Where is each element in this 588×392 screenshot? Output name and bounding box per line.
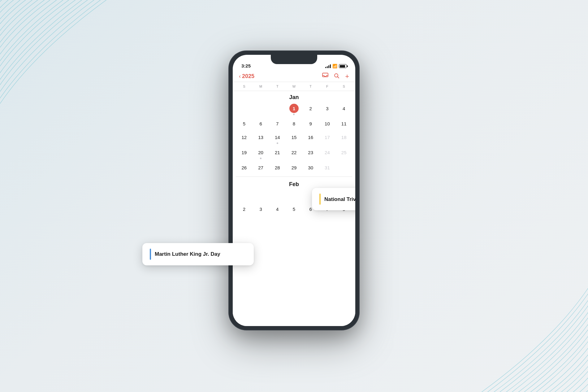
cal-day-14[interactable]: 14 <box>269 131 286 146</box>
nav-year: 2025 <box>242 73 254 80</box>
cal-day-6[interactable]: 6 <box>253 118 269 131</box>
decorative-lines-bottom-right <box>458 262 588 392</box>
cal-day-20[interactable]: 20 <box>253 146 269 162</box>
day-header-thu: T <box>302 83 319 89</box>
phone-screen: 3:25 📶 <box>233 55 355 326</box>
day-header-mon: M <box>253 83 269 89</box>
cal-day-13[interactable]: 13 <box>253 131 269 146</box>
feb-day-4[interactable]: 4 <box>269 203 286 217</box>
popup-mlk-accent <box>150 249 151 260</box>
cal-day-23[interactable]: 23 <box>302 146 319 162</box>
cal-day-16[interactable]: 16 <box>302 131 319 146</box>
add-icon[interactable]: + <box>345 73 349 80</box>
popup-mlk-text: Martin Luther King Jr. Day <box>155 251 220 257</box>
wifi-icon: 📶 <box>332 64 337 68</box>
cal-week-5: 26 27 28 29 30 31 <box>233 162 355 175</box>
cal-day-15[interactable]: 15 <box>286 131 302 146</box>
feb-day-3[interactable]: 3 <box>253 203 269 217</box>
nav-actions: + <box>322 73 349 80</box>
day-headers: S M T W T F S <box>233 82 355 91</box>
cal-cell-empty <box>236 102 253 118</box>
cal-day-17[interactable]: 17 <box>319 131 336 146</box>
cal-cell-empty <box>269 102 286 118</box>
cal-day-4[interactable]: 4 <box>335 102 352 118</box>
cal-day-29[interactable]: 29 <box>286 162 302 175</box>
back-chevron-icon: ‹ <box>239 73 241 80</box>
cal-day-9[interactable]: 9 <box>302 118 319 131</box>
cal-day-31[interactable]: 31 <box>319 162 336 175</box>
month-label-jan: Jan <box>233 91 355 102</box>
cal-day-1[interactable]: 1 <box>286 102 302 118</box>
phone-device: 3:25 📶 <box>229 51 359 330</box>
phone-shell: 3:25 📶 <box>229 51 359 330</box>
cal-week-3: 12 13 14 15 16 17 <box>233 131 355 146</box>
cal-day-24[interactable]: 24 <box>319 146 336 162</box>
cal-day-25[interactable]: 25 <box>335 146 352 162</box>
day-header-tue: T <box>269 83 286 89</box>
cal-day-22[interactable]: 22 <box>286 146 302 162</box>
day-header-sun: S <box>236 83 253 89</box>
calendar-nav: ‹ 2025 <box>233 70 355 82</box>
popup-mlk-day: Martin Luther King Jr. Day <box>142 243 254 265</box>
inbox-icon[interactable] <box>322 73 328 80</box>
cal-day-21[interactable]: 21 <box>269 146 286 162</box>
popup-trivia-accent <box>319 194 321 205</box>
day-header-sat: S <box>335 83 352 89</box>
cal-week-4: 19 20 21 22 23 24 <box>233 146 355 162</box>
status-icons: 📶 <box>325 64 347 68</box>
feb-day-2[interactable]: 2 <box>236 203 253 217</box>
cal-day-18[interactable]: 18 <box>335 131 352 146</box>
cal-day-19[interactable]: 19 <box>236 146 253 162</box>
cal-week-1: 1 2 3 4 <box>233 102 355 118</box>
popup-trivia-text: National Trivia Day 🤔 <box>324 196 355 203</box>
signal-icon <box>325 64 331 68</box>
feb-day-5[interactable]: 5 <box>286 203 302 217</box>
cal-day-11[interactable]: 11 <box>335 118 352 131</box>
month-divider <box>236 176 352 177</box>
status-time: 3:25 <box>241 63 251 68</box>
cal-day-3[interactable]: 3 <box>319 102 336 118</box>
cal-day-28[interactable]: 28 <box>269 162 286 175</box>
cal-day-12[interactable]: 12 <box>236 131 253 146</box>
svg-line-2 <box>338 76 339 78</box>
decorative-lines-top-left <box>0 0 130 130</box>
nav-year-back[interactable]: ‹ 2025 <box>239 73 254 80</box>
cal-day-2[interactable]: 2 <box>302 102 319 118</box>
popup-trivia-day: National Trivia Day 🤔 <box>312 188 355 210</box>
cal-cell-empty <box>335 162 352 175</box>
day-header-fri: F <box>319 83 336 89</box>
phone-notch <box>271 55 317 64</box>
battery-icon <box>339 64 347 68</box>
cal-day-27[interactable]: 27 <box>253 162 269 175</box>
cal-day-10[interactable]: 10 <box>319 118 336 131</box>
cal-day-7[interactable]: 7 <box>269 118 286 131</box>
day-header-wed: W <box>286 83 302 89</box>
search-icon[interactable] <box>334 73 339 80</box>
cal-day-26[interactable]: 26 <box>236 162 253 175</box>
cal-cell-empty <box>253 102 269 118</box>
cal-day-8[interactable]: 8 <box>286 118 302 131</box>
cal-day-30[interactable]: 30 <box>302 162 319 175</box>
cal-day-5[interactable]: 5 <box>236 118 253 131</box>
cal-week-2: 5 6 7 8 9 10 <box>233 118 355 131</box>
